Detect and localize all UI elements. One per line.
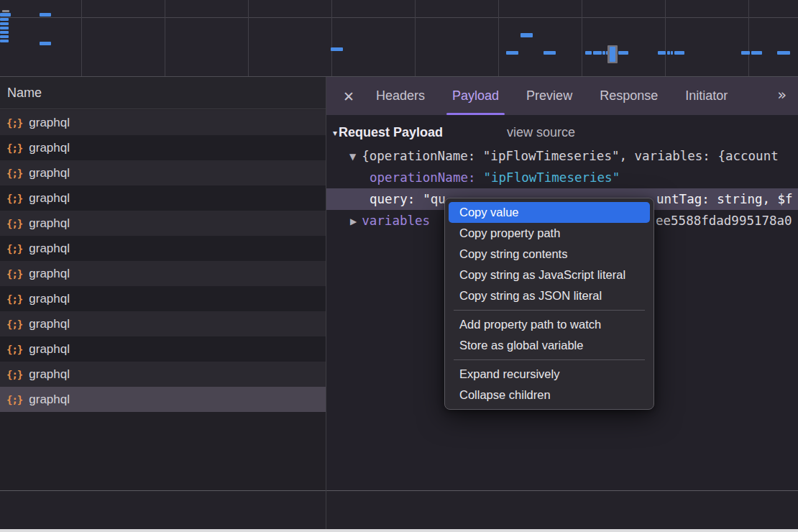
request-name-label: graphql: [29, 166, 70, 180]
waterfall-bar[interactable]: [671, 51, 673, 55]
panel-divider[interactable]: [326, 77, 326, 532]
json-braces-icon: {;}: [6, 243, 22, 254]
network-request-row[interactable]: {;}graphql: [0, 286, 326, 311]
details-tabbar: ✕ HeadersPayloadPreviewResponseInitiator…: [326, 77, 798, 115]
waterfall-bar[interactable]: [674, 51, 684, 55]
waterfall-bar[interactable]: [593, 51, 602, 55]
network-request-row[interactable]: {;}graphql: [0, 211, 326, 236]
waterfall-bar[interactable]: [520, 33, 533, 37]
waterfall-bar[interactable]: [40, 13, 51, 17]
devtools-network-panel: Name {;}graphql{;}graphql{;}graphql{;}gr…: [0, 0, 798, 532]
waterfall-bar[interactable]: [0, 27, 9, 29]
menu-item-add-property-path-to-watch[interactable]: Add property path to watch: [449, 314, 650, 335]
tab-payload[interactable]: Payload: [439, 77, 513, 115]
payload-operationname-row[interactable]: operationName:"ipFlowTimeseries": [326, 167, 798, 188]
expanded-arrow-icon[interactable]: ▼: [349, 152, 356, 162]
property-value-end: untTag: string, $f: [656, 188, 793, 210]
network-request-row[interactable]: {;}graphql: [0, 160, 326, 185]
json-braces-icon: {;}: [6, 193, 22, 204]
network-request-row[interactable]: {;}graphql: [0, 387, 326, 412]
waterfall-bar[interactable]: [0, 18, 9, 21]
overview-gridline: [415, 0, 416, 76]
json-braces-icon: {;}: [6, 142, 22, 154]
network-request-row[interactable]: {;}graphql: [0, 362, 326, 387]
waterfall-bar[interactable]: [610, 47, 615, 62]
network-request-row[interactable]: {;}graphql: [0, 110, 326, 135]
menu-item-copy-string-as-javascript-literal[interactable]: Copy string as JavaScript literal: [449, 265, 650, 285]
network-request-list: {;}graphql{;}graphql{;}graphql{;}graphql…: [0, 110, 326, 490]
waterfall-bar[interactable]: [2, 10, 9, 12]
network-request-row[interactable]: {;}graphql: [0, 261, 326, 286]
request-name-label: graphql: [29, 216, 70, 231]
waterfall-bar[interactable]: [741, 51, 750, 55]
property-value-start: "qu: [423, 192, 446, 206]
waterfall-bar[interactable]: [0, 35, 9, 38]
request-payload-section-header[interactable]: ▾Request Payload: [333, 121, 443, 144]
menu-item-expand-recursively[interactable]: Expand recursively: [449, 364, 650, 385]
waterfall-bar[interactable]: [658, 51, 666, 55]
json-braces-icon: {;}: [6, 318, 22, 330]
overview-gridline: [665, 0, 666, 76]
payload-root-row[interactable]: ▼{operationName: "ipFlowTimeseries", var…: [326, 145, 798, 167]
close-icon[interactable]: ✕: [339, 88, 358, 104]
waterfall-bar[interactable]: [602, 51, 605, 55]
overview-gridline: [248, 0, 249, 76]
section-expanded-icon[interactable]: ▾: [333, 128, 337, 138]
request-payload-title: Request Payload: [339, 125, 443, 139]
page-bottom-edge: [0, 529, 798, 532]
request-name-label: graphql: [29, 141, 70, 155]
waterfall-bar[interactable]: [0, 31, 9, 34]
waterfall-bar[interactable]: [667, 51, 670, 55]
property-value: "ipFlowTimeseries": [484, 170, 620, 185]
waterfall-bar[interactable]: [331, 47, 343, 51]
status-footer: [0, 490, 798, 529]
network-request-row[interactable]: {;}graphql: [0, 135, 326, 160]
network-request-row[interactable]: {;}graphql: [0, 236, 326, 261]
waterfall-bar[interactable]: [751, 51, 762, 55]
menu-item-copy-property-path[interactable]: Copy property path: [449, 223, 650, 244]
waterfall-bar[interactable]: [40, 42, 51, 45]
waterfall-bar[interactable]: [618, 51, 628, 55]
tab-response[interactable]: Response: [586, 77, 671, 115]
menu-item-copy-string-as-json-literal[interactable]: Copy string as JSON literal: [449, 285, 650, 306]
waterfall-bar[interactable]: [0, 22, 9, 25]
overview-gridline: [748, 0, 749, 76]
request-name-label: graphql: [29, 242, 70, 256]
json-braces-icon: {;}: [6, 369, 22, 380]
overview-gridline: [331, 0, 332, 76]
overview-gridline: [165, 0, 165, 76]
json-braces-icon: {;}: [6, 117, 22, 129]
collapsed-arrow-icon[interactable]: ▶: [350, 216, 357, 226]
menu-item-collapse-children[interactable]: Collapse children: [449, 385, 650, 405]
request-name-label: graphql: [29, 116, 70, 130]
network-request-row[interactable]: {;}graphql: [0, 185, 326, 211]
more-tabs-icon[interactable]: »: [777, 77, 786, 115]
menu-item-copy-value[interactable]: Copy value: [449, 202, 650, 223]
menu-item-store-as-global-variable[interactable]: Store as global variable: [449, 335, 650, 356]
request-name-label: graphql: [29, 191, 70, 206]
json-braces-icon: {;}: [6, 218, 22, 229]
tab-preview[interactable]: Preview: [513, 77, 586, 115]
request-name-label: graphql: [29, 317, 70, 331]
property-key: query:: [370, 192, 415, 206]
waterfall-bar[interactable]: [585, 51, 592, 55]
property-key: variables: [362, 214, 430, 228]
waterfall-bar[interactable]: [0, 40, 9, 42]
payload-root-preview: {operationName: "ipFlowTimeseries", vari…: [362, 149, 778, 163]
view-source-link[interactable]: view source: [507, 121, 575, 144]
network-request-row[interactable]: {;}graphql: [0, 311, 326, 336]
overview-gridline: [81, 0, 82, 76]
details-tabs: HeadersPayloadPreviewResponseInitiator: [362, 77, 741, 115]
waterfall-bar[interactable]: [777, 51, 790, 55]
waterfall-bar[interactable]: [0, 13, 11, 17]
waterfall-bar[interactable]: [506, 51, 518, 55]
tab-headers[interactable]: Headers: [362, 77, 439, 115]
column-header-name[interactable]: Name: [0, 77, 326, 109]
json-braces-icon: {;}: [6, 168, 22, 179]
waterfall-bar[interactable]: [544, 51, 556, 55]
json-braces-icon: {;}: [6, 293, 22, 305]
tab-initiator[interactable]: Initiator: [671, 77, 741, 115]
network-request-row[interactable]: {;}graphql: [0, 336, 326, 362]
network-overview-timeline[interactable]: [0, 0, 798, 77]
menu-item-copy-string-contents[interactable]: Copy string contents: [449, 244, 650, 265]
